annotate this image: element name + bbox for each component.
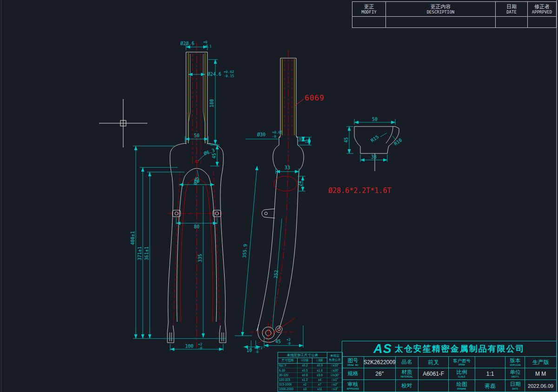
field-scale-label: 比例 SCALE	[449, 368, 475, 379]
field-units-label: 单位 UNITS	[505, 368, 525, 379]
detail-view-geometry	[354, 126, 399, 171]
dim-boss-spacing: 80	[194, 224, 199, 229]
side-view-geometry	[250, 50, 304, 344]
cad-canvas[interactable]: Ø28.6 +0 -0.1 Ø24.6 +0.02 -0.15 180 50 4…	[0, 0, 558, 392]
field-partname-value: 前叉	[418, 357, 449, 368]
field-date-value: 2022.06.09	[525, 380, 556, 392]
dim-arch-width: 80	[194, 179, 199, 184]
tolerance-row: 1000-2000 ±3 ±11 □±3°	[278, 387, 342, 392]
side-view-labels: Ø30 +0.05 -0 8 15 33 24 355.9 252 10 +0.…	[242, 93, 392, 354]
tolerance-table: 未指定加工尺寸公差 尺寸范围 ☑2级 □3级 未指定 角度公差 6以下 ±0.2…	[278, 352, 343, 392]
dim-tip-length: 45	[275, 339, 281, 344]
dim-race-hi: +0.05	[272, 130, 283, 134]
field-material-label: 材质 MATERIAL	[396, 368, 419, 379]
dim-steerer-od-hi: +0	[203, 40, 208, 44]
title-block: AS 太仓安笙精密金属制品有限公司 图号 DRAW NO S2K2622009 …	[342, 341, 557, 392]
tol-angle-header: 未指定 角度公差	[327, 352, 342, 363]
rev-col-date: 日期 DATE	[496, 2, 528, 16]
dim-bore-lo: -0.15	[224, 74, 234, 78]
company-banner: AS 太仓安笙精密金属制品有限公司	[342, 341, 556, 357]
field-date-label: 日期 DATE	[505, 380, 525, 392]
field-scale-value: 1:1	[475, 368, 506, 379]
tolerance-row: 6以下 ±0.2 ±0.9 □±10′	[278, 364, 342, 368]
dim-race-dia: Ø30	[257, 132, 266, 137]
rev-col-modify: 更正 MODFIY	[352, 2, 386, 16]
dim-blade-length: 335	[198, 254, 203, 262]
dim-steerer-od-lo: -0.1	[203, 44, 212, 48]
tolerance-table-title: 未指定加工尺寸公差	[278, 352, 327, 358]
tol-col-grade2: ☑2级	[298, 358, 312, 363]
dim-steerer-length: 180	[209, 99, 214, 107]
front-view-labels: Ø28.6 +0 -0.1 Ø24.6 +0.02 -0.15 180 50 4…	[130, 40, 234, 350]
dim-slot-lo: -0	[254, 350, 259, 354]
company-name: 太仓安笙精密金属制品有限公司	[395, 343, 525, 354]
drawing-viewport: Ø28.6 +0 -0.1 Ø24.6 +0.02 -0.15 180 50 4…	[0, 0, 558, 392]
detail-width-top: 50	[372, 117, 378, 122]
dim-slot-width: 10	[246, 348, 252, 353]
field-drawnby-label: 绘图 DRAWNE	[449, 380, 475, 392]
dim-crown-height: 45	[212, 153, 217, 159]
dim-length-371: 371±1	[137, 246, 142, 260]
revision-table-empty-row	[352, 17, 556, 27]
tolerance-row: 6-30 ±0.5 ±1.6 □±20′	[278, 368, 342, 373]
dim-crown-width: 50	[194, 133, 199, 138]
dim-race-total: 15	[305, 139, 309, 143]
field-version-value: 生产版	[525, 357, 556, 368]
field-approved-label: 审核 APPROVED	[342, 380, 364, 392]
rev-col-approved: 修正者 APPRPVED	[528, 2, 556, 16]
detail-radius-inner: R15	[370, 134, 379, 143]
field-partname-label: 品名	[396, 357, 419, 368]
field-spec-value: 26″	[364, 368, 396, 379]
dim-steerer-od: Ø28.6	[180, 41, 194, 46]
field-customer-drawno-value	[475, 357, 506, 368]
company-logo: AS	[373, 342, 392, 356]
field-units-value: M M	[525, 368, 556, 379]
dim-length-361: 361±1	[144, 246, 149, 260]
dim-tip-lo: -0	[286, 341, 291, 345]
tolerance-row: 120-315 ±1.2 ±4 □±1°	[278, 378, 342, 383]
detail-width-bottom: 38	[371, 154, 377, 159]
dim-hole-height: 24	[298, 181, 303, 186]
alloy-note: 6069	[305, 93, 325, 102]
revision-table-header: 更正 MODFIY 更正内容 DESCRIPTION 日期 DATE 修正者 A…	[352, 2, 556, 17]
tol-col-grade3: □3级	[312, 358, 327, 363]
revision-table: 更正 MODFIY 更正内容 DESCRIPTION 日期 DATE 修正者 A…	[352, 1, 557, 28]
tol-col-range: 尺寸范围	[278, 358, 298, 363]
tolerance-row: 30-120 ±0.8 ±3.6 ☑±30′	[278, 373, 342, 378]
field-drawno-label: 图号 DRAW NO	[342, 357, 364, 368]
field-customer-drawno-label: 客户图号 DRAW	[449, 357, 475, 368]
dim-dropout-lo: -0	[198, 346, 203, 350]
tolerance-row: 315-1000 ±2 ±7 □±2°	[278, 383, 342, 387]
tube-spec-note: Ø28.6*2.2T*1.6T	[328, 186, 391, 195]
crosshair-cursor	[99, 99, 147, 147]
dim-race-height: 8	[299, 138, 303, 140]
dim-race-lo: -0	[272, 134, 277, 139]
front-view-dimension-lines	[133, 44, 226, 351]
field-drawnby-value: 蒋磊	[475, 380, 506, 392]
dim-crown-depth: 33	[285, 165, 290, 170]
dim-leg-length: 252	[273, 270, 279, 279]
dim-overall-length: 400±1	[130, 231, 135, 245]
detail-height: 45	[344, 137, 349, 143]
dim-axis-length: 355.9	[242, 244, 248, 258]
rev-col-description: 更正内容 DESCRIPTION	[386, 2, 496, 16]
front-view-geometry	[167, 43, 226, 348]
field-version-label: 版本 VERSION	[505, 357, 525, 368]
field-drawno-value: S2K2622009	[364, 357, 396, 368]
field-check-value	[418, 380, 449, 392]
dim-bore: Ø24.6	[207, 72, 221, 77]
dim-dropout-spacing: 100	[185, 344, 193, 349]
dim-bore-hi: +0.02	[224, 70, 234, 74]
field-approved-value	[364, 380, 396, 392]
field-check-label: 校对	[396, 380, 419, 392]
field-spec-label: 规格	[342, 368, 364, 379]
field-material-value: A6061-F	[418, 368, 449, 379]
